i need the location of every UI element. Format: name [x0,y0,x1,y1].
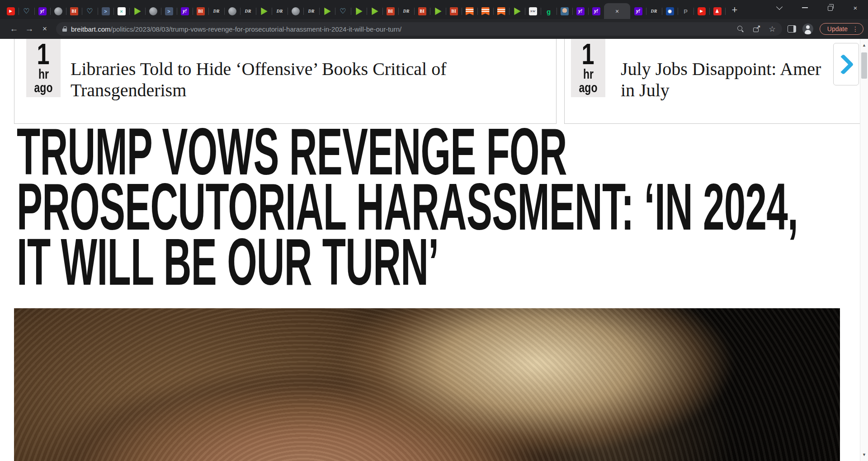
browser-tab[interactable] [50,4,66,19]
url-path: /politics/2023/08/03/trump-vows-revenge-… [111,25,402,33]
browser-tab[interactable]: × [113,4,129,19]
address-bar[interactable]: breitbart.com/politics/2023/08/03/trump-… [56,22,782,36]
browser-tab[interactable]: ▶ [693,4,709,19]
browser-tab[interactable] [367,4,382,19]
drudge-favicon-icon: DR [402,7,410,15]
browser-tab[interactable] [351,4,367,19]
scrollbar-thumb[interactable] [861,52,867,79]
browser-tab[interactable]: DR [303,4,319,19]
omnibox-icons: ☆ [736,25,776,33]
update-chrome-button[interactable]: Update ⋮ [820,23,863,35]
drudge-favicon-icon: DR [244,7,252,15]
browser-tab[interactable]: ◉ [662,4,678,19]
minimize-icon [802,7,808,8]
profile-avatar-icon[interactable] [802,24,813,34]
redfigure-favicon-icon: ♟ [713,7,722,15]
lock-icon[interactable] [62,26,67,32]
hero-image-texture [14,308,840,461]
browser-tab[interactable]: y! [630,4,646,19]
browser-tab[interactable] [509,4,525,19]
bookmark-star-icon[interactable]: ☆ [769,25,776,33]
story-title-line: Transgenderism [71,80,549,101]
active-tab[interactable]: × [604,3,630,19]
browser-tab[interactable] [557,4,572,19]
browser-tab[interactable]: BI [382,4,398,19]
browser-tab[interactable] [145,4,161,19]
browser-tab-bar: ▶♡y!BI♡>×>y!BIDRDRDRDR♡BIDRBIBINWgy!y!×y… [0,0,868,19]
pin-favicon-icon: ◉ [666,7,674,15]
browser-tab[interactable]: ♡ [19,4,34,19]
scroll-down-arrow-icon[interactable]: ▼ [860,451,868,458]
browser-tab[interactable]: y! [572,4,588,19]
age-suffix: ago [34,80,53,95]
url-text[interactable]: breitbart.com/politics/2023/08/03/trump-… [71,25,731,33]
tab-search-button[interactable] [767,0,792,15]
browser-tab[interactable]: DR [272,4,288,19]
rumble-favicon-icon [355,7,363,15]
minimize-button[interactable] [792,0,817,15]
side-panel-icon[interactable] [788,25,796,33]
browser-tab[interactable] [256,4,272,19]
browser-tab[interactable]: BI [446,4,462,19]
restore-button[interactable] [817,0,843,15]
rumble-favicon-icon [371,7,379,15]
drudge-favicon-icon: DR [307,7,316,15]
browser-tab[interactable]: NW [525,4,541,19]
browser-tab[interactable] [224,4,240,19]
youtube-favicon-icon: ▶ [698,7,706,15]
browser-tab[interactable]: > [161,4,177,19]
page-scrollbar[interactable]: ▲ ▼ [860,39,868,461]
browser-tab[interactable]: DR [240,4,256,19]
top-story-card[interactable]: 1 hr ago July Jobs Disappoint: Amer in J… [564,39,860,124]
browser-tab[interactable]: g [541,4,557,19]
browser-tab[interactable]: BI [193,4,208,19]
browser-tab[interactable]: y! [588,4,604,19]
browser-tab[interactable] [129,4,145,19]
scroll-up-arrow-icon[interactable]: ▲ [860,42,868,49]
close-icon: × [854,4,858,12]
yahoo-favicon-icon: y! [592,7,600,15]
browser-tab[interactable]: BI [66,4,82,19]
browser-tab[interactable]: ♟ [709,4,725,19]
top-story-card[interactable]: 1 hr ago Libraries Told to Hide ‘Offensi… [14,39,557,124]
browser-tab[interactable]: ♡ [82,4,98,19]
kebab-menu-icon[interactable]: ⋮ [852,25,859,33]
browser-tab[interactable]: DR [208,4,224,19]
rumble-favicon-icon [513,7,521,15]
browser-tab[interactable]: P [678,4,693,19]
share-icon[interactable] [753,25,761,33]
browser-tab[interactable]: DR [398,4,414,19]
age-unit: hr [583,66,594,82]
browser-tab[interactable]: BI [414,4,430,19]
drudge-favicon-icon: DR [650,7,658,15]
browser-tab[interactable] [493,4,509,19]
browser-tab[interactable]: DR [646,4,662,19]
flag-favicon-icon [497,7,505,15]
browser-tab[interactable] [430,4,446,19]
drudge-favicon-icon: DR [212,7,221,15]
forward-button[interactable]: → [22,21,37,37]
carousel-next-button[interactable] [833,43,859,85]
story-title[interactable]: July Jobs Disappoint: Amer in July [621,58,860,101]
page-viewport: 1 hr ago Libraries Told to Hide ‘Offensi… [0,39,860,461]
stop-loading-button[interactable]: × [37,21,52,37]
browser-tab[interactable]: > [98,4,113,19]
globe-favicon-icon [54,7,62,15]
browser-tab[interactable] [477,4,493,19]
browser-tab[interactable]: ♡ [335,4,351,19]
story-title[interactable]: Libraries Told to Hide ‘Offensive’ Books… [71,58,549,101]
browser-tab[interactable]: y! [177,4,193,19]
browser-tab[interactable] [319,4,335,19]
back-button[interactable]: ← [6,21,22,37]
browser-tab[interactable] [462,4,477,19]
globe-favicon-icon [292,7,300,15]
browser-tab[interactable]: ▶ [3,4,19,19]
zoom-icon[interactable] [736,25,745,33]
browser-tab[interactable]: y! [34,4,50,19]
heart-favicon-icon: ♡ [23,7,31,15]
tab-close-icon[interactable]: × [615,8,619,14]
new-tab-button[interactable]: + [727,2,742,18]
browser-tab[interactable] [288,4,303,19]
window-close-button[interactable]: × [843,0,868,15]
story-age-badge: 1 hr ago [571,39,605,97]
